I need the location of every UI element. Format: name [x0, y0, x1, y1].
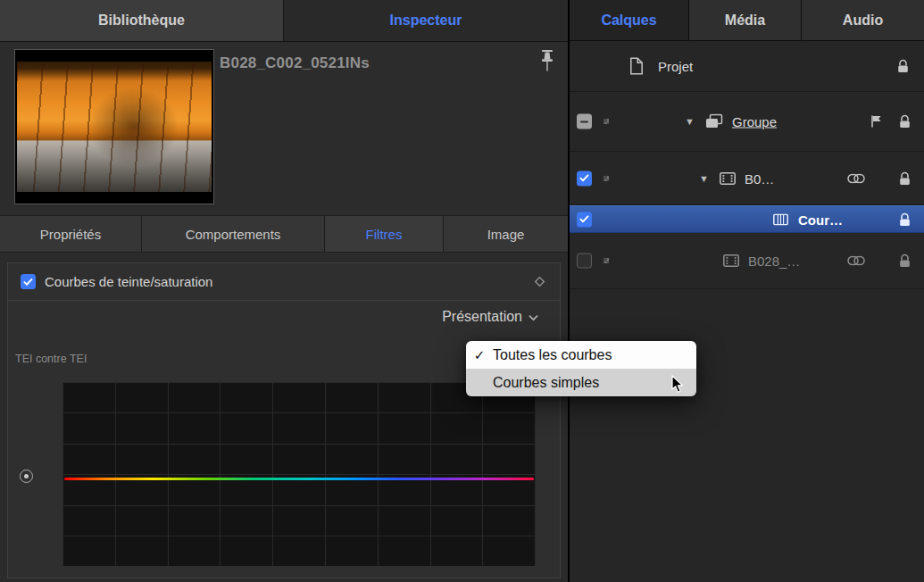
presentation-menu: ✓ Toutes les courbes Courbes simples [466, 341, 696, 396]
tab-image-label: Image [487, 227, 525, 242]
groupe-activation-checkbox[interactable] [577, 114, 592, 129]
disclosure-triangle-icon[interactable]: ▼ [685, 116, 695, 127]
layers-panel: Calques Média Audio Projet ▼ [570, 0, 924, 582]
tab-calques-label: Calques [601, 12, 656, 29]
tab-inspecteur[interactable]: Inspecteur [284, 0, 568, 41]
tab-proprietes[interactable]: Propriétés [0, 216, 142, 252]
check-icon [579, 174, 589, 183]
filter-section: Courbes de teinte/saturation Présentatio… [7, 262, 561, 578]
filter-header: Courbes de teinte/saturation [8, 263, 560, 301]
layers-list: Projet ▼ Groupe [570, 41, 924, 582]
presentation-dropdown[interactable]: Présentation [8, 301, 560, 333]
tab-bibliotheque[interactable]: Bibliothèque [0, 0, 284, 41]
groupe-thumbnail[interactable] [604, 119, 609, 124]
preview-thumbnail[interactable] [14, 49, 214, 204]
disclosure-triangle-icon[interactable]: ▼ [699, 173, 709, 184]
filter-enable-checkbox[interactable] [21, 274, 36, 289]
project-document-icon [629, 57, 644, 75]
preview-header: B028_C002_0521INs [0, 42, 568, 214]
film-icon [720, 172, 736, 185]
mouse-cursor [671, 375, 689, 398]
menu-item-toutes-les-courbes[interactable]: ✓ Toutes les courbes [466, 341, 696, 369]
tab-comportements-label: Comportements [186, 227, 281, 242]
graph-axis-label: TEI contre TEI [15, 353, 87, 365]
lock-icon[interactable] [898, 114, 912, 129]
filters-pane: Courbes de teinte/saturation Présentatio… [0, 254, 568, 582]
layer-row-courbes[interactable]: Cour… [570, 205, 924, 233]
menu-item-label: Courbes simples [493, 375, 599, 391]
inspector-panel: Bibliothèque Inspecteur B028_C002_0521IN… [0, 0, 568, 582]
tab-inspecteur-label: Inspecteur [390, 12, 462, 29]
tab-image[interactable]: Image [444, 216, 568, 252]
tab-audio[interactable]: Audio [801, 0, 924, 40]
lock-icon[interactable] [898, 212, 912, 227]
check-icon [579, 215, 589, 224]
filter-icon [773, 213, 788, 225]
hue-curve-line[interactable] [64, 478, 534, 480]
tab-filtres-label: Filtres [366, 227, 403, 242]
right-tabbar: Calques Média Audio [570, 0, 924, 41]
presentation-label: Présentation [442, 309, 522, 325]
chevron-down-icon [529, 315, 538, 321]
tab-bibliotheque-label: Bibliothèque [98, 12, 185, 29]
filter-name-label: Courbes de teinte/saturation [45, 274, 212, 289]
b0-activation-checkbox[interactable] [577, 170, 592, 186]
tab-audio-label: Audio [843, 12, 883, 29]
layer-row-groupe[interactable]: ▼ Groupe [570, 92, 924, 152]
b028-thumbnail[interactable] [604, 258, 609, 263]
courbes-activation-checkbox[interactable] [577, 212, 592, 227]
keyframe-diamond-icon[interactable] [534, 276, 545, 287]
flag-icon[interactable] [870, 115, 882, 129]
check-icon [23, 278, 33, 287]
tab-media-label: Média [725, 12, 765, 29]
menu-item-label: Toutes les courbes [493, 347, 612, 363]
layer-label: Projet [658, 59, 693, 74]
pin-icon[interactable] [539, 49, 555, 76]
tab-calques[interactable]: Calques [570, 0, 688, 40]
film-icon [723, 254, 739, 267]
group-layers-icon [705, 114, 723, 129]
layer-label[interactable]: Groupe [732, 114, 777, 129]
tab-media[interactable]: Média [688, 0, 801, 40]
curve-radio-dot [24, 474, 29, 478]
inspector-tabbar: Propriétés Comportements Filtres Image [0, 215, 568, 253]
hue-curve-graph[interactable] [62, 382, 536, 566]
b028-activation-checkbox[interactable] [577, 254, 592, 269]
b0-thumbnail[interactable] [604, 176, 609, 181]
tab-comportements[interactable]: Comportements [142, 216, 325, 252]
preview-image [17, 62, 212, 192]
layer-label[interactable]: B0… [745, 170, 774, 186]
tab-filtres[interactable]: Filtres [325, 216, 444, 252]
app-window: Bibliothèque Inspecteur B028_C002_0521IN… [0, 0, 924, 582]
clip-title: B028_C002_0521INs [220, 54, 523, 72]
link-icon[interactable] [847, 173, 865, 183]
check-icon: ✓ [466, 347, 493, 363]
minus-icon [580, 121, 588, 122]
layer-row-projet[interactable]: Projet [570, 41, 924, 92]
lock-icon[interactable] [898, 254, 912, 269]
lock-icon[interactable] [896, 59, 910, 74]
curve-radio-button[interactable] [20, 470, 33, 483]
tab-proprietes-label: Propriétés [40, 227, 101, 242]
link-icon[interactable] [847, 256, 865, 266]
left-tabbar: Bibliothèque Inspecteur [0, 0, 568, 42]
layer-label[interactable]: Cour… [798, 212, 843, 227]
layer-row-b028[interactable]: B028_… [570, 233, 924, 289]
menu-item-courbes-simples[interactable]: Courbes simples [466, 369, 696, 396]
lock-icon[interactable] [898, 170, 912, 186]
layer-label[interactable]: B028_… [748, 254, 800, 269]
layer-row-b0[interactable]: ▼ B0… [570, 152, 924, 205]
